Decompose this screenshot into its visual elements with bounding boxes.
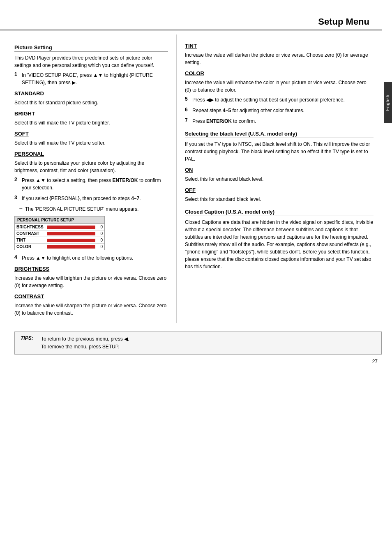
page-container: English Setup Menu Picture Setting This … — [0, 0, 392, 555]
step-6-text: Repeat steps 4–5 for adjusting other col… — [192, 107, 374, 114]
step-1: 1 In 'VIDEO SETUP PAGE', press ▲▼ to hig… — [14, 71, 168, 86]
brightness-bar — [47, 226, 95, 229]
page-number: 27 — [0, 359, 392, 364]
row-label-tint: TINT — [16, 238, 45, 242]
off-label: OFF — [185, 187, 374, 193]
step-6: 6 Repeat steps 4–5 for adjusting other c… — [185, 107, 374, 114]
intro-text: This DVD Player provides three predefine… — [14, 54, 168, 69]
color-bar — [47, 245, 95, 249]
black-level-text: If you set the TV type to NTSC, set Blac… — [185, 140, 374, 163]
row-label-brightness: BRIGHTNESS — [16, 225, 45, 229]
color-label: COLOR — [185, 70, 374, 76]
color-value: 0 — [97, 244, 103, 249]
step-3-num: 3 — [14, 195, 22, 202]
tint-value: 0 — [97, 238, 103, 242]
tips-content: To return to the previous menu, press ◀.… — [41, 335, 129, 351]
step-1-text: In 'VIDEO SETUP PAGE', press ▲▼ to highl… — [22, 71, 168, 86]
step-5-num: 5 — [185, 96, 192, 104]
step-7: 7 Press ENTER/OK to confirm. — [185, 117, 374, 125]
tips-box: TIPS: To return to the previous menu, pr… — [14, 332, 382, 355]
table-row: BRIGHTNESS 0 — [15, 224, 104, 230]
step-7-text: Press ENTER/OK to confirm. — [192, 117, 374, 125]
standard-label: STANDARD — [14, 90, 168, 97]
step-2: 2 Press ▲▼ to select a setting, then pre… — [14, 177, 168, 191]
closed-caption-heading: Closed Caption (U.S.A. model only) — [185, 209, 374, 216]
off-text: Select this for standard black level. — [185, 196, 374, 203]
step-2-text: Press ▲▼ to select a setting, then press… — [22, 177, 168, 191]
row-label-color: COLOR — [16, 244, 45, 249]
bright-text: Select this will make the TV picture bri… — [14, 119, 168, 127]
soft-label: SOFT — [14, 131, 168, 137]
table-row: TINT 0 — [15, 237, 104, 244]
personal-text: Select this to personalize your picture … — [14, 159, 168, 174]
contrast-label: CONTRAST — [14, 293, 168, 299]
step-3-arrow-text: The 'PERSONAL PICTURE SETUP' menu appear… — [25, 205, 138, 213]
personal-label: PERSONAL — [14, 151, 168, 157]
tips-label: TIPS: — [21, 335, 41, 351]
tips-line2: To remove the menu, press SETUP. — [41, 344, 120, 350]
table-row: COLOR 0 — [15, 244, 104, 250]
picture-setting-heading: Picture Setting — [14, 44, 168, 52]
picture-setup-table: PERSONAL PICTURE SETUP BRIGHTNESS 0 CONT… — [14, 216, 105, 250]
right-column: TINT Increase the value will darken the … — [177, 35, 382, 323]
contrast-value: 0 — [97, 231, 103, 236]
tint-text: Increase the value will darken the pictu… — [185, 51, 374, 66]
step-3: 3 If you select {PERSONAL}, then proceed… — [14, 195, 168, 202]
closed-caption-text: Closed Captions are data that are hidden… — [185, 219, 374, 270]
table-header: PERSONAL PICTURE SETUP — [15, 216, 104, 224]
contrast-text: Increase the value will sharpen the pict… — [14, 302, 168, 317]
step-6-num: 6 — [185, 107, 192, 114]
step-4-num: 4 — [14, 254, 22, 262]
contrast-bar — [47, 232, 95, 235]
tint-bar — [47, 239, 95, 242]
step-1-num: 1 — [14, 71, 22, 86]
arrow-icon: → — [18, 205, 25, 213]
content-area: Picture Setting This DVD Player provides… — [0, 35, 382, 323]
page-title: Setup Menu — [0, 16, 369, 27]
standard-text: Select this for standard picture setting… — [14, 99, 168, 106]
tint-label: TINT — [185, 43, 374, 49]
page-header: Setup Menu — [0, 16, 382, 30]
brightness-text: Increase the value will brighten the pic… — [14, 274, 168, 289]
step-3-arrow: → The 'PERSONAL PICTURE SETUP' menu appe… — [14, 205, 168, 213]
soft-text: Select this will make the TV picture sof… — [14, 139, 168, 147]
english-tab: English — [384, 82, 392, 123]
step-5-text: Press ◀▶ to adjust the setting that best… — [192, 96, 374, 104]
step-4-text: Press ▲▼ to highlight one of the followi… — [22, 254, 168, 262]
step-3-text: If you select {PERSONAL}, then proceed t… — [22, 195, 168, 202]
row-label-contrast: CONTRAST — [16, 231, 45, 236]
table-row: CONTRAST 0 — [15, 230, 104, 237]
black-level-heading: Selecting the black level (U.S.A. model … — [185, 131, 374, 138]
tips-line1: To return to the previous menu, press ◀. — [41, 336, 129, 342]
step-5: 5 Press ◀▶ to adjust the setting that be… — [185, 96, 374, 104]
brightness-value: 0 — [97, 225, 103, 229]
color-text: Increase the value will enhance the colo… — [185, 79, 374, 94]
bright-label: BRIGHT — [14, 111, 168, 117]
on-text: Select this for enhanced black level. — [185, 175, 374, 183]
step-7-num: 7 — [185, 117, 192, 125]
step-4: 4 Press ▲▼ to highlight one of the follo… — [14, 254, 168, 262]
brightness-label: BRIGHTNESS — [14, 266, 168, 272]
left-column: Picture Setting This DVD Player provides… — [0, 35, 177, 323]
on-label: ON — [185, 167, 374, 173]
step-2-num: 2 — [14, 177, 22, 191]
